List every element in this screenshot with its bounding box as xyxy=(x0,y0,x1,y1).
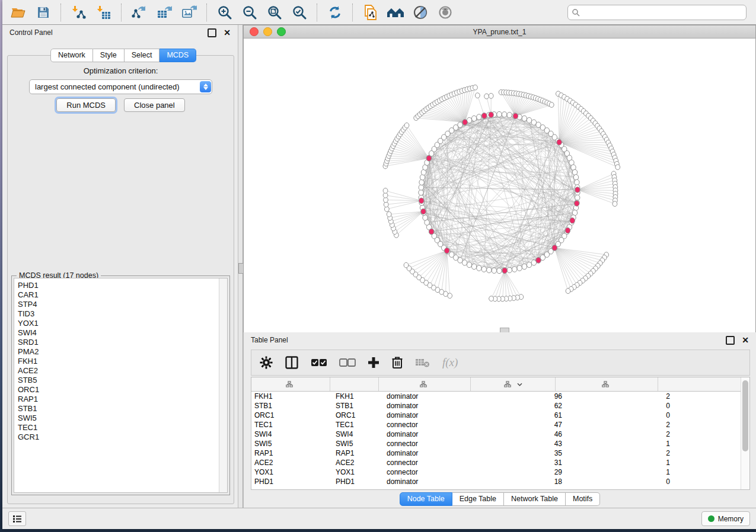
network-node[interactable] xyxy=(507,267,512,273)
cell-name[interactable]: SWI5 xyxy=(333,440,384,448)
tab-network[interactable]: Network xyxy=(50,49,93,62)
cell-MCDS-role[interactable]: dominator xyxy=(384,411,478,419)
tab-motifs[interactable]: Motifs xyxy=(566,492,600,506)
cell-MCDS-role[interactable]: connector xyxy=(384,459,478,467)
network-node[interactable] xyxy=(387,211,391,217)
cell-name[interactable]: RAP1 xyxy=(333,449,384,457)
cell-shared-name[interactable]: PHD1 xyxy=(251,477,333,486)
network-node[interactable] xyxy=(420,175,425,180)
cell-MCDS-role[interactable]: dominator xyxy=(384,430,478,438)
cell-successor-nodes[interactable]: 61 xyxy=(478,411,568,419)
run-mcds-button[interactable]: Run MCDS xyxy=(56,98,116,112)
result-node-item[interactable]: ORC1 xyxy=(18,385,219,395)
mcds-node[interactable] xyxy=(421,209,426,214)
search-input[interactable] xyxy=(580,8,742,17)
cell-successor-nodes[interactable]: 96 xyxy=(478,392,568,400)
network-node[interactable] xyxy=(462,260,467,265)
float-window-icon[interactable] xyxy=(208,28,216,37)
cell-shared-name[interactable]: SWI5 xyxy=(251,440,333,448)
optimization-criterion-select[interactable]: largest connected component (undirected) xyxy=(29,79,212,94)
network-node[interactable] xyxy=(477,114,481,120)
zoom-in-icon[interactable] xyxy=(213,2,236,23)
network-node[interactable] xyxy=(481,267,486,272)
network-node[interactable] xyxy=(484,94,489,99)
select-all-icon[interactable] xyxy=(311,358,327,367)
cell-predecessor-nodes[interactable]: 0 xyxy=(568,477,676,486)
network-node[interactable] xyxy=(566,289,570,294)
network-node[interactable] xyxy=(471,116,476,121)
network-node[interactable] xyxy=(613,201,617,207)
close-panel-button[interactable]: Close panel xyxy=(124,98,185,112)
cell-shared-name[interactable]: FKH1 xyxy=(251,392,333,400)
cell-shared-name[interactable]: RAP1 xyxy=(251,449,333,457)
mcds-node[interactable] xyxy=(429,229,433,234)
mcds-node[interactable] xyxy=(565,227,570,233)
network-node[interactable] xyxy=(615,165,620,170)
zoom-selected-icon[interactable] xyxy=(288,2,311,23)
cell-name[interactable]: PHD1 xyxy=(333,477,384,486)
mcds-node[interactable] xyxy=(489,112,493,117)
cell-successor-nodes[interactable]: 43 xyxy=(478,440,568,448)
scrollbar-thumb[interactable] xyxy=(742,380,748,451)
add-column-icon[interactable] xyxy=(368,357,379,368)
network-node[interactable] xyxy=(471,264,476,269)
network-node[interactable] xyxy=(531,260,536,265)
table-row[interactable]: RAP1RAP1dominator352 xyxy=(251,448,741,458)
network-canvas[interactable] xyxy=(244,39,755,332)
cell-shared-name[interactable]: ORC1 xyxy=(251,411,333,419)
network-node[interactable] xyxy=(507,112,512,117)
table-row[interactable]: YOX1YOX1connector291 xyxy=(251,467,741,477)
export-table-icon[interactable] xyxy=(153,2,176,23)
tab-mcds[interactable]: MCDS xyxy=(160,49,196,62)
mcds-node[interactable] xyxy=(419,198,424,203)
table-row[interactable]: ACE2ACE2connector311 xyxy=(251,458,741,467)
result-node-item[interactable]: PHD1 xyxy=(18,281,219,290)
houses-icon[interactable] xyxy=(384,2,407,23)
cell-predecessor-nodes[interactable]: 1 xyxy=(568,459,676,467)
column-header-predecessor-nodes[interactable] xyxy=(556,377,658,391)
cell-successor-nodes[interactable]: 18 xyxy=(478,477,568,486)
network-node[interactable] xyxy=(502,112,506,117)
mcds-node[interactable] xyxy=(426,155,431,161)
open-file-icon[interactable] xyxy=(7,2,30,23)
result-node-item[interactable]: SWI5 xyxy=(18,414,219,423)
table-row[interactable]: FKH1FKH1dominator962 xyxy=(251,392,741,401)
export-image-icon[interactable] xyxy=(178,2,200,23)
mcds-node[interactable] xyxy=(444,248,449,253)
result-scrollbar[interactable] xyxy=(219,278,227,492)
table-row[interactable]: SWI5SWI5connector431 xyxy=(251,439,741,448)
network-node[interactable] xyxy=(475,93,480,98)
cell-successor-nodes[interactable]: 31 xyxy=(478,459,568,467)
column-header-successor-nodes[interactable] xyxy=(471,377,556,391)
cell-MCDS-role[interactable]: dominator xyxy=(384,477,478,486)
mcds-node[interactable] xyxy=(575,187,580,193)
memory-button[interactable]: Memory xyxy=(701,511,750,526)
search-box[interactable] xyxy=(567,5,747,20)
delete-table-icon[interactable] xyxy=(415,357,430,368)
network-node[interactable] xyxy=(572,169,577,175)
network-node[interactable] xyxy=(467,262,471,267)
network-node[interactable] xyxy=(419,180,424,185)
network-node[interactable] xyxy=(527,262,531,267)
cell-successor-nodes[interactable]: 46 xyxy=(478,430,568,438)
result-node-item[interactable]: STP4 xyxy=(18,300,219,309)
zoom-fit-icon[interactable] xyxy=(263,2,286,23)
cell-shared-name[interactable]: YOX1 xyxy=(251,468,333,476)
delete-column-icon[interactable] xyxy=(391,356,403,369)
result-node-item[interactable]: YOX1 xyxy=(18,319,219,328)
import-network-icon[interactable] xyxy=(68,2,90,23)
table-row[interactable]: ORC1ORC1dominator610 xyxy=(251,411,741,420)
network-node[interactable] xyxy=(549,102,554,108)
vertical-splitter[interactable] xyxy=(238,25,243,508)
network-node[interactable] xyxy=(404,123,409,128)
cell-name[interactable]: ORC1 xyxy=(333,411,384,419)
network-node[interactable] xyxy=(489,93,493,98)
network-node[interactable] xyxy=(497,111,502,117)
cell-predecessor-nodes[interactable]: 0 xyxy=(568,411,676,419)
cell-shared-name[interactable]: ACE2 xyxy=(251,459,333,467)
tab-select[interactable]: Select xyxy=(125,49,160,62)
network-node[interactable] xyxy=(522,264,527,269)
refresh-icon[interactable] xyxy=(324,2,346,23)
cell-MCDS-role[interactable]: dominator xyxy=(384,449,478,457)
import-table-icon[interactable] xyxy=(92,2,115,23)
